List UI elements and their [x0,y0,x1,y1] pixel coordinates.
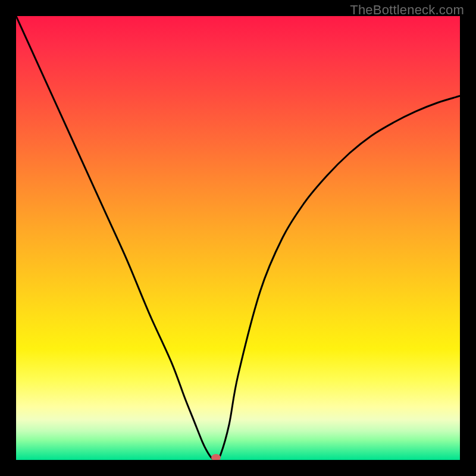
curve-path [16,16,460,460]
bottleneck-curve [16,16,460,460]
chart-frame: TheBottleneck.com [0,0,476,476]
minimum-marker-dot [211,454,221,460]
watermark-text: TheBottleneck.com [350,2,464,18]
plot-area [16,16,460,460]
